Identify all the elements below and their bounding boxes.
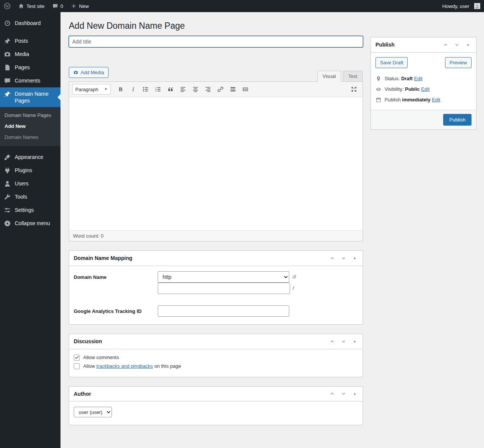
collapse-menu-button[interactable]: Collapse menu bbox=[0, 217, 60, 230]
domain-name-mapping-metabox: Domain Name Mapping bbox=[69, 250, 363, 325]
move-down-button[interactable] bbox=[338, 252, 349, 264]
preview-button[interactable]: Preview bbox=[445, 57, 472, 68]
paragraph-format-label: Paragraph bbox=[75, 87, 98, 92]
edit-status-link[interactable]: Edit bbox=[414, 76, 422, 81]
allow-trackbacks-label: Allow trackbacks and pingbacks on this p… bbox=[83, 363, 181, 369]
submenu-item-domain-name-pages[interactable]: Domain Name Pages bbox=[0, 110, 60, 121]
align-center-button[interactable] bbox=[190, 84, 201, 95]
allow-comments-checkbox[interactable] bbox=[74, 355, 80, 361]
metabox-body: user (user) bbox=[69, 401, 363, 425]
triangle-up-icon bbox=[353, 256, 357, 260]
move-up-button[interactable] bbox=[440, 39, 451, 50]
comment-count: 0 bbox=[60, 3, 63, 9]
insert-more-tag-button[interactable] bbox=[227, 84, 239, 95]
move-up-button[interactable] bbox=[326, 388, 338, 400]
move-up-button[interactable] bbox=[326, 252, 338, 264]
save-draft-button[interactable]: Save Draft bbox=[375, 57, 408, 68]
protocol-select[interactable]: http bbox=[158, 271, 289, 283]
sidebar-item-comments[interactable]: Comments bbox=[0, 74, 60, 87]
toggle-panel-button[interactable] bbox=[349, 252, 360, 264]
metabox-header: Author bbox=[69, 387, 363, 402]
bold-button[interactable]: B bbox=[115, 84, 126, 95]
submenu-item-label: Domain Name Pages bbox=[5, 112, 51, 118]
align-left-icon bbox=[180, 86, 186, 93]
pages-icon bbox=[4, 64, 11, 71]
sidebar-item-label: Dashboard bbox=[15, 20, 41, 26]
chevron-down-icon bbox=[455, 42, 459, 47]
sidebar-item-label: Media bbox=[15, 51, 29, 58]
author-select[interactable]: user (user) bbox=[74, 407, 112, 417]
publish-button[interactable]: Publish bbox=[443, 114, 472, 126]
ga-tracking-input[interactable] bbox=[158, 305, 289, 317]
admin-bar-right: Howdy, user bbox=[439, 0, 484, 12]
blockquote-button[interactable] bbox=[165, 84, 176, 95]
fullscreen-button[interactable] bbox=[348, 84, 360, 95]
protocol-suffix: :// bbox=[292, 274, 296, 280]
tab-text[interactable]: Text bbox=[343, 71, 363, 82]
submenu-item-add-new[interactable]: Add New bbox=[0, 121, 60, 132]
domain-name-input[interactable] bbox=[158, 283, 290, 294]
move-up-button[interactable] bbox=[326, 336, 338, 347]
paragraph-format-dropdown[interactable]: Paragraph bbox=[72, 84, 111, 95]
new-content-menu[interactable]: New bbox=[67, 0, 93, 12]
numbered-list-button[interactable]: 123 bbox=[152, 84, 164, 95]
media-icon bbox=[4, 51, 11, 58]
comments-bubble-icon bbox=[52, 3, 58, 9]
italic-button[interactable]: I bbox=[127, 84, 139, 95]
sidebar-item-label: Comments bbox=[15, 77, 40, 84]
sidebar-item-tools[interactable]: Tools bbox=[0, 190, 60, 204]
editor-toolbar: Paragraph B I 123 bbox=[69, 82, 363, 97]
user-avatar-icon bbox=[475, 4, 480, 9]
handle-actions bbox=[326, 388, 363, 400]
tab-visual[interactable]: Visual bbox=[317, 71, 341, 82]
site-name: Test site bbox=[26, 3, 45, 9]
avatar bbox=[474, 3, 480, 9]
edit-visibility-link[interactable]: Edit bbox=[421, 86, 430, 92]
sidebar-item-posts[interactable]: Posts bbox=[0, 34, 60, 48]
comments-shortcut[interactable]: 0 bbox=[48, 0, 67, 12]
domain-field: / bbox=[158, 283, 294, 294]
sidebar-item-domain-name-pages[interactable]: Domain Name Pages bbox=[0, 87, 60, 107]
chevron-up-icon bbox=[330, 391, 335, 396]
calendar-icon bbox=[375, 97, 382, 103]
editor-top-row: Add Media Visual Text bbox=[69, 67, 363, 81]
keyboard-icon bbox=[242, 86, 249, 93]
sidebar-item-settings[interactable]: Settings bbox=[0, 204, 60, 217]
publish-schedule-text: Publish immediately Edit bbox=[385, 97, 440, 103]
sidebar-item-users[interactable]: Users bbox=[0, 177, 60, 190]
chevron-up-icon bbox=[443, 42, 448, 47]
align-left-button[interactable] bbox=[177, 84, 189, 95]
toggle-panel-button[interactable] bbox=[349, 336, 360, 347]
trackbacks-link[interactable]: trackbacks and pingbacks bbox=[96, 363, 153, 369]
toolbar-toggle-button[interactable] bbox=[240, 84, 251, 95]
wordpress-logo-icon: W bbox=[4, 3, 11, 9]
editor-canvas[interactable] bbox=[69, 97, 363, 230]
triangle-up-icon bbox=[353, 339, 357, 343]
insert-link-button[interactable] bbox=[215, 84, 226, 95]
sidebar-item-plugins[interactable]: Plugins bbox=[0, 164, 60, 177]
new-label: New bbox=[79, 3, 89, 9]
title-input[interactable] bbox=[69, 36, 363, 47]
allow-trackbacks-checkbox[interactable] bbox=[74, 363, 80, 369]
toggle-panel-button[interactable] bbox=[462, 39, 474, 50]
bulleted-list-button[interactable] bbox=[140, 84, 151, 95]
move-down-button[interactable] bbox=[451, 39, 462, 50]
columns: Add Media Visual Text bbox=[69, 36, 476, 425]
move-down-button[interactable] bbox=[338, 336, 349, 347]
edit-schedule-link[interactable]: Edit bbox=[432, 97, 440, 103]
submenu-item-domain-names[interactable]: Domain Names bbox=[0, 132, 60, 143]
sidebar-item-label: Tools bbox=[15, 193, 27, 200]
site-name-menu[interactable]: Test site bbox=[14, 0, 48, 12]
sidebar-item-dashboard[interactable]: Dashboard bbox=[0, 17, 60, 30]
toggle-panel-button[interactable] bbox=[349, 388, 360, 400]
sidebar-item-appearance[interactable]: Appearance bbox=[0, 151, 60, 164]
align-right-button[interactable] bbox=[202, 84, 214, 95]
ga-tracking-label: Google Analytics Tracking ID bbox=[74, 305, 158, 314]
my-account-menu[interactable]: Howdy, user bbox=[439, 0, 484, 12]
sidebar-item-pages[interactable]: Pages bbox=[0, 61, 60, 74]
move-down-button[interactable] bbox=[338, 388, 349, 400]
plug-icon bbox=[4, 167, 11, 174]
add-media-button[interactable]: Add Media bbox=[69, 67, 109, 78]
wordpress-logo-menu[interactable]: W bbox=[0, 0, 14, 12]
sidebar-item-media[interactable]: Media bbox=[0, 48, 60, 61]
